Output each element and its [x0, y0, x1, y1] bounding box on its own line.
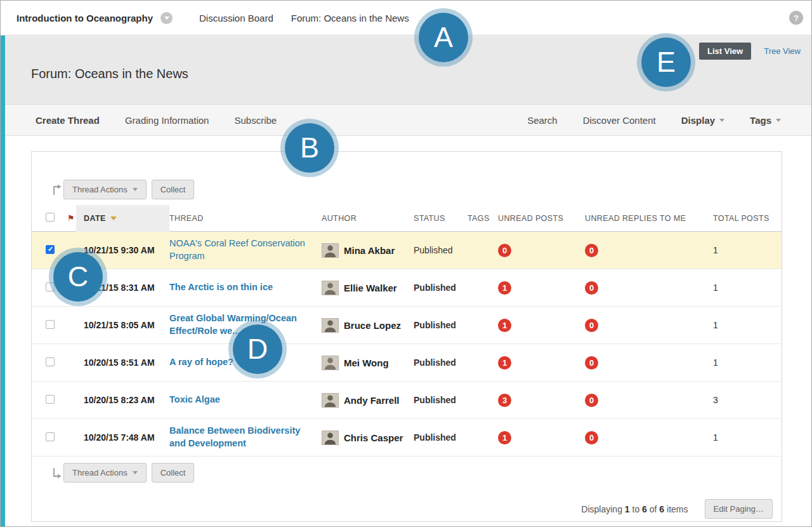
thread-date: 10/20/15 8:23 AM: [84, 395, 169, 405]
author-avatar: [322, 243, 339, 258]
author-name: Andy Farrell: [344, 395, 400, 406]
row-checkbox[interactable]: [46, 432, 55, 441]
author-avatar: [322, 318, 339, 333]
thread-link[interactable]: Balance Between Biodiversity and Develop…: [169, 425, 310, 450]
status-text: Published: [414, 395, 468, 405]
help-icon[interactable]: ?: [789, 11, 803, 25]
discover-content-button[interactable]: Discover Content: [583, 115, 656, 126]
collect-button[interactable]: Collect: [152, 463, 195, 483]
thread-link[interactable]: Toxic Algae: [169, 394, 220, 406]
grading-information-button[interactable]: Grading Information: [125, 115, 209, 126]
table-row: 10/20/15 8:51 AM A ray of hope? Mei Wong…: [32, 344, 782, 382]
course-menu-chevron-icon[interactable]: [160, 12, 173, 24]
annotation-badge-e: E: [641, 37, 691, 87]
unread-posts-badge[interactable]: 1: [498, 281, 511, 295]
table-row: 10/21/15 9:30 AM NOAA's Coral Reef Conse…: [32, 232, 782, 269]
table-header-row: ⚑ DATE THREAD AUTHOR STATUS TAGS UNREAD …: [32, 205, 782, 232]
thread-link[interactable]: A ray of hope?: [169, 356, 233, 369]
chevron-down-icon: [776, 119, 781, 122]
column-header-status[interactable]: STATUS: [414, 214, 468, 223]
unread-replies-badge[interactable]: 0: [585, 319, 598, 332]
total-posts: 1: [710, 245, 782, 255]
unread-replies-badge[interactable]: 0: [585, 281, 598, 295]
column-header-tags[interactable]: TAGS: [468, 214, 498, 223]
row-checkbox[interactable]: [46, 320, 55, 329]
thread-link[interactable]: The Arctic is on thin ice: [169, 281, 273, 294]
row-checkbox[interactable]: [46, 357, 55, 366]
thread-actions-button[interactable]: Thread Actions: [63, 463, 147, 483]
page-title: Forum: Oceans in the News: [31, 67, 188, 81]
author-name: Ellie Walker: [344, 283, 397, 293]
thread-actions-label: Thread Actions: [72, 468, 128, 477]
thread-date: 10/20/15 7:48 AM: [84, 432, 169, 443]
column-header-thread[interactable]: THREAD: [169, 214, 322, 223]
thread-date: 10/21/15 8:05 AM: [84, 320, 169, 330]
unread-posts-badge[interactable]: 1: [498, 319, 511, 332]
bottom-toolbar: Thread Actions Collect: [51, 463, 782, 483]
display-dropdown[interactable]: Display: [681, 115, 724, 126]
unread-replies-badge[interactable]: 0: [585, 356, 598, 370]
unread-replies-badge[interactable]: 0: [585, 394, 598, 407]
thread-actions-button[interactable]: Thread Actions: [63, 180, 147, 199]
column-header-unread-posts[interactable]: UNREAD POSTS: [498, 214, 585, 223]
chevron-down-icon: [133, 471, 138, 474]
row-checkbox[interactable]: [46, 283, 55, 291]
annotation-badge-c: C: [53, 252, 103, 302]
author-avatar: [322, 430, 339, 445]
author-name: Bruce Lopez: [344, 320, 401, 331]
table-row: 10/21/15 8:05 AM Great Global Warming/Oc…: [32, 307, 782, 344]
unread-posts-badge[interactable]: 0: [498, 244, 511, 257]
tags-dropdown[interactable]: Tags: [750, 115, 781, 126]
status-text: Published: [414, 245, 468, 255]
title-band: List View Tree View Forum: Oceans in the…: [5, 36, 811, 104]
author-avatar: [322, 281, 339, 295]
flag-icon[interactable]: ⚑: [67, 213, 75, 223]
annotation-badge-a: A: [419, 13, 468, 62]
collect-button[interactable]: Collect: [152, 180, 195, 199]
unread-replies-badge[interactable]: 0: [585, 244, 598, 257]
top-navigation-bar: Introduction to Oceanography Discussion …: [1, 1, 811, 36]
action-bar-right: Search Discover Content Display Tags: [527, 115, 781, 126]
thread-date: 10/20/15 8:51 AM: [84, 357, 169, 368]
view-toggle: List View Tree View: [699, 43, 801, 60]
column-header-unread-replies[interactable]: UNREAD REPLIES TO ME: [585, 214, 710, 223]
chevron-down-icon: [133, 188, 138, 191]
unread-posts-badge[interactable]: 1: [498, 356, 511, 370]
column-header-date[interactable]: DATE: [76, 205, 169, 232]
row-checkbox[interactable]: [46, 245, 55, 254]
author-name: Mina Akbar: [344, 245, 395, 256]
displaying-text: Displaying 1 to 6 of 6 items: [581, 504, 688, 514]
create-thread-button[interactable]: Create Thread: [36, 115, 100, 126]
action-bar-left: Create Thread Grading Information Subscr…: [36, 115, 277, 126]
breadcrumb-forum[interactable]: Forum: Oceans in the News: [291, 13, 409, 23]
status-text: Published: [414, 357, 468, 368]
table-row: 10/20/15 7:48 AM Balance Between Biodive…: [32, 419, 782, 457]
select-all-checkbox[interactable]: [46, 213, 55, 222]
thread-link[interactable]: NOAA's Coral Reef Conservation Program: [169, 237, 310, 262]
thread-date: 10/21/15 9:30 AM: [84, 245, 169, 255]
paging-footer: Displaying 1 to 6 of 6 items Edit Paging…: [32, 499, 773, 519]
total-posts: 1: [710, 357, 782, 368]
branch-arrow-up-icon: [51, 183, 63, 197]
search-button[interactable]: Search: [527, 115, 558, 126]
unread-posts-badge[interactable]: 3: [498, 394, 511, 407]
edit-paging-button[interactable]: Edit Paging…: [705, 499, 773, 519]
total-posts: 1: [710, 432, 782, 443]
unread-posts-badge[interactable]: 1: [498, 431, 511, 444]
row-checkbox[interactable]: [46, 395, 55, 404]
author-name: Chris Casper: [344, 432, 403, 443]
accent-stripe: [1, 36, 5, 526]
column-header-total-posts[interactable]: TOTAL POSTS: [710, 214, 782, 223]
list-view-button[interactable]: List View: [699, 43, 751, 60]
unread-replies-badge[interactable]: 0: [585, 431, 598, 444]
author-avatar: [322, 393, 339, 408]
total-posts: 1: [710, 320, 782, 330]
branch-arrow-down-icon: [51, 466, 63, 480]
tree-view-link[interactable]: Tree View: [764, 46, 801, 56]
action-bar: Create Thread Grading Information Subscr…: [5, 104, 811, 136]
course-title[interactable]: Introduction to Oceanography: [16, 13, 153, 23]
subscribe-button[interactable]: Subscribe: [234, 115, 277, 126]
breadcrumb-discussion-board[interactable]: Discussion Board: [199, 13, 273, 23]
thread-list-card: Thread Actions Collect ⚑ DATE THREAD AUT…: [31, 151, 782, 522]
column-header-author[interactable]: AUTHOR: [322, 214, 414, 223]
